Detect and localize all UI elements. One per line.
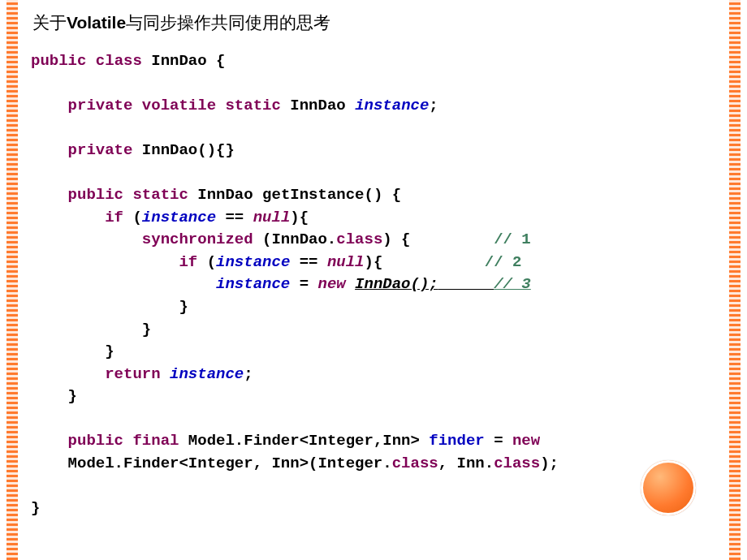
kw-volatile: volatile <box>142 97 216 114</box>
paren: ( <box>132 209 141 226</box>
eq: == <box>290 253 327 271</box>
kw-static: static <box>132 186 188 204</box>
kw-class: class <box>336 230 382 248</box>
pad <box>382 253 484 271</box>
kw-null: null <box>253 209 291 226</box>
pad <box>438 275 494 293</box>
field-instance: instance <box>142 209 216 226</box>
sp <box>346 275 355 293</box>
brace: } <box>68 387 77 405</box>
kw-public: public <box>31 52 86 70</box>
eq: == <box>216 209 253 226</box>
title-suffix: 与同步操作共同使用的思考 <box>126 13 330 32</box>
slide-content: 关于Volatile与同步操作共同使用的思考 public class InnD… <box>31 11 716 549</box>
kw-new: new <box>317 275 345 293</box>
field-finder: finder <box>429 432 484 450</box>
slide-title: 关于Volatile与同步操作共同使用的思考 <box>32 11 716 34</box>
kw-final: final <box>132 432 179 450</box>
kw-class: class <box>96 52 142 70</box>
brace: ){ <box>290 209 309 226</box>
end: ); <box>540 454 559 472</box>
type-name: InnDao <box>290 97 345 114</box>
right-stripe <box>729 0 741 560</box>
kw-if: if <box>179 253 197 271</box>
brace: ){ <box>365 253 383 271</box>
kw-return: return <box>105 365 160 383</box>
eq: = <box>290 275 317 293</box>
brace: } <box>31 499 40 517</box>
eq: = <box>485 432 512 450</box>
kw-private: private <box>68 97 133 114</box>
pad <box>411 230 494 248</box>
kw-null: null <box>327 253 365 271</box>
left-stripe <box>6 0 18 560</box>
kw-public: public <box>68 432 123 450</box>
kw-class: class <box>494 454 540 472</box>
kw-public: public <box>68 186 123 204</box>
paren: ( <box>197 253 216 271</box>
comment-2: // 2 <box>485 253 522 271</box>
semicolon: ; <box>244 365 253 383</box>
ctor-generic: Model.Finder<Integer, Inn>(Integer. <box>68 454 392 472</box>
sync-arg: (InnDao. <box>253 230 337 248</box>
ctor-call: InnDao(); <box>355 275 438 293</box>
mid: , Inn. <box>438 454 494 472</box>
brace: } <box>142 321 151 338</box>
kw-private: private <box>68 141 133 159</box>
field-instance: instance <box>216 275 290 293</box>
brace: } <box>105 342 114 360</box>
kw-class: class <box>392 454 438 472</box>
kw-synchronized: synchronized <box>142 230 253 248</box>
title-prefix: 关于 <box>32 13 67 32</box>
method-sig: InnDao getInstance() { <box>197 186 401 204</box>
kw-if: if <box>105 209 123 226</box>
kw-new: new <box>512 432 540 450</box>
class-name: InnDao { <box>151 52 225 70</box>
comment-3: // 3 <box>494 275 531 293</box>
brace: } <box>179 298 188 316</box>
type-generic: Model.Finder<Integer,Inn> <box>179 432 429 450</box>
field-instance: instance <box>216 253 290 271</box>
code-block: public class InnDao { private volatile s… <box>31 50 716 519</box>
field-instance: instance <box>170 365 244 383</box>
title-bold: Volatile <box>67 13 126 32</box>
orange-circle-decoration <box>641 460 696 515</box>
sp <box>161 365 170 383</box>
brace: ) { <box>382 230 410 248</box>
field-instance: instance <box>355 97 429 114</box>
comment-1: // 1 <box>494 230 531 248</box>
constructor: InnDao(){} <box>142 141 235 159</box>
semicolon: ; <box>429 97 438 114</box>
kw-static: static <box>225 97 280 114</box>
